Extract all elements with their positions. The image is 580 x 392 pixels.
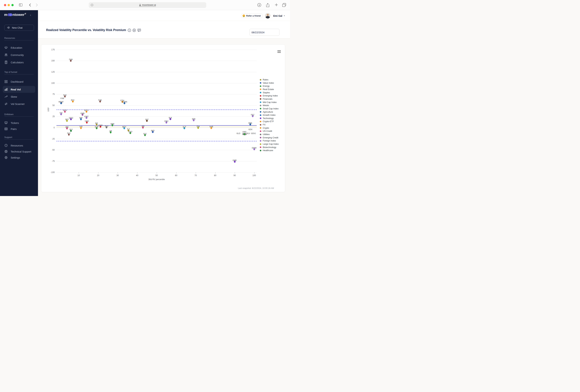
legend-item-crypto[interactable]: Crypto — [260, 127, 269, 129]
sidebar-item-label: Tickers — [11, 122, 19, 125]
user-menu-chevron-down-icon[interactable]: ▾ — [284, 14, 285, 17]
data-point-UNG[interactable] — [244, 133, 245, 135]
legend-item-real-estate[interactable]: Real Estate — [260, 88, 274, 91]
sidebar-item-label: Vol Scanner — [11, 103, 25, 105]
y-tick-label: -25 — [44, 138, 55, 140]
sidebar-toggle-icon[interactable] — [19, 3, 22, 6]
x-tick-label: 90 — [231, 174, 238, 177]
refer-a-friend-button[interactable]: Refer a friend — [241, 13, 263, 18]
sidebar-item-technical-support[interactable]: Technical Support — [3, 148, 35, 155]
tab-overview-icon[interactable] — [282, 3, 287, 7]
point-label-GLD: GLD — [237, 132, 240, 134]
technical-support-icon — [4, 150, 8, 153]
legend-item-fx[interactable]: FX — [260, 124, 266, 126]
point-label-EWZ: EWZ — [84, 116, 88, 118]
sidebar-item-tickers[interactable]: Tickers — [3, 119, 35, 126]
back-icon[interactable] — [29, 3, 31, 7]
play-video-icon[interactable] — [133, 29, 136, 32]
legend-item-foreign-index[interactable]: Foreign Index — [260, 139, 276, 142]
sidebar-section-support: Support — [4, 136, 12, 138]
point-label-DBA: DBA — [248, 122, 252, 124]
legend-item-small-cap-index[interactable]: Small Cap Index — [260, 108, 279, 110]
legend-item-emerging-credit[interactable]: Emerging Credit — [260, 136, 278, 139]
zoom-window-button[interactable] — [11, 4, 14, 6]
forward-icon[interactable] — [36, 3, 38, 7]
legend-label: Staples — [263, 91, 270, 94]
new-tab-icon[interactable] — [275, 3, 278, 7]
url-text: moontower.ai — [142, 4, 156, 6]
address-bar[interactable]: moontower.ai — [89, 2, 206, 8]
sidebar-item-settings[interactable]: Settings — [3, 154, 35, 161]
point-label-XLV: XLV — [69, 128, 73, 131]
sidebar-item-calculators[interactable]: Calculators — [3, 59, 35, 66]
moontower-logo[interactable]: mntowerσ — [4, 12, 26, 17]
x-tick — [79, 172, 79, 173]
chart-menu-icon[interactable] — [278, 50, 281, 53]
legend-item-metals[interactable]: Metals — [260, 104, 269, 107]
sidebar-item-vol-scanner[interactable]: Vol Scanner — [3, 100, 35, 107]
community-icon — [4, 53, 8, 57]
gridline — [56, 161, 257, 161]
chart-card: VRP 30d RV percentile 175150125100755025… — [41, 44, 285, 192]
legend-item-financials[interactable]: Financials — [260, 98, 272, 100]
dashboard-icon — [4, 80, 8, 83]
legend-item-us-credit[interactable]: US Credit — [260, 130, 272, 132]
share-icon[interactable] — [266, 3, 270, 7]
user-avatar[interactable] — [265, 13, 271, 18]
sidebar-collapse-icon[interactable]: ‹ — [30, 13, 31, 17]
point-label-FXA: FXA — [69, 58, 72, 60]
point-label-FEZ: FEZ — [251, 114, 255, 116]
point-label-XOP: XOP — [95, 126, 98, 128]
legend-item-technology[interactable]: Technology — [260, 117, 274, 120]
point-label-FXE: FXE — [98, 99, 102, 101]
sidebar-item-pairs[interactable]: Pairs — [3, 126, 35, 132]
point-label-GME: GME — [233, 159, 237, 161]
resources-icon — [4, 144, 8, 147]
sidebar-item-dashboard[interactable]: Dashboard — [3, 78, 35, 85]
legend-item-biotechnology[interactable]: Biotechnology — [260, 146, 276, 148]
legend-item-value-index[interactable]: Value Index — [260, 82, 274, 84]
legend-dot — [260, 114, 261, 116]
downloads-icon[interactable] — [257, 3, 261, 7]
reader-plus-icon[interactable] — [91, 4, 93, 6]
legend-label: US Credit — [263, 130, 272, 132]
new-chat-button[interactable]: New Chat — [4, 25, 34, 31]
point-label-FXB: FXB — [60, 97, 64, 99]
real-vol-icon — [4, 88, 8, 91]
legend-item-mid-cap-index[interactable]: Mid Cap Index — [260, 101, 277, 104]
sidebar-item-skew[interactable]: Skew — [3, 93, 35, 100]
gridline — [56, 105, 257, 106]
legend-dot — [260, 105, 261, 106]
legend-item-emerging-index[interactable]: Emerging Index — [260, 95, 278, 97]
point-label-XLP: XLP — [183, 126, 186, 128]
legend-item-agriculture[interactable]: Agriculture — [260, 111, 273, 113]
sidebar-item-community[interactable]: Community — [3, 51, 35, 58]
x-tick-label: 60 — [173, 174, 180, 177]
point-label-IWM: IWM — [111, 123, 114, 125]
legend-item-growth-index[interactable]: Growth Index — [260, 114, 276, 116]
feedback-comment-icon[interactable] — [138, 29, 141, 32]
legend-item-crypto-etf[interactable]: Crypto-ETF — [260, 120, 274, 123]
legend-dot — [260, 85, 261, 87]
x-tick — [137, 172, 138, 173]
point-label-EMB: EMB — [81, 112, 85, 114]
solid-reference-line — [56, 125, 257, 126]
legend-item-energy[interactable]: Energy — [260, 85, 270, 87]
sidebar-item-real-vol[interactable]: Real Vol — [3, 86, 35, 93]
point-label-XLE: XLE — [143, 133, 147, 135]
minimize-window-button[interactable] — [7, 4, 10, 6]
legend-item-rates[interactable]: Rates — [260, 79, 269, 81]
divider — [4, 40, 34, 40]
info-icon[interactable] — [128, 29, 131, 32]
sidebar-item-education[interactable]: Education — [3, 44, 35, 51]
legend-item-staples[interactable]: Staples — [260, 91, 270, 94]
calculators-icon — [4, 61, 8, 64]
legend-item-utilities[interactable]: Utilities — [260, 133, 270, 135]
sidebar-item-resources[interactable]: Resources — [3, 142, 35, 149]
legend-label: Utilities — [263, 133, 270, 135]
legend-item-healthcare[interactable]: Healthcare — [260, 149, 273, 152]
close-window-button[interactable] — [4, 4, 6, 6]
date-input[interactable]: 06/22/2024 — [249, 29, 280, 36]
legend-item-large-cap-index[interactable]: Large Cap Index — [260, 143, 279, 145]
point-label-XHB: XHB — [209, 126, 213, 128]
